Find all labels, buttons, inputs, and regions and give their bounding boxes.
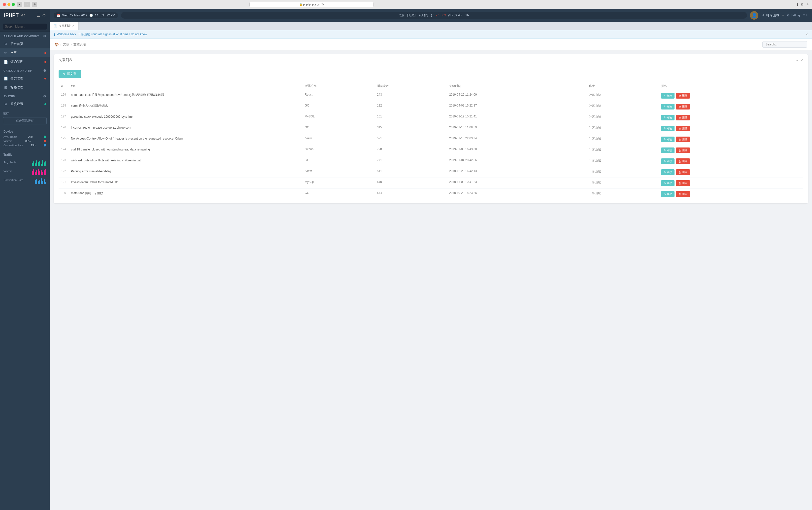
setting-button[interactable]: ⚙ Setting (787, 13, 800, 17)
menu-icon[interactable]: ☰ (37, 13, 40, 18)
cache-clear-button[interactable]: 点击清除缓存 (3, 117, 47, 124)
search-input[interactable] (762, 41, 807, 48)
cell-category: GO (302, 101, 374, 112)
notice-close-button[interactable]: ✕ (806, 33, 808, 36)
cell-date: 2019-04-09 15:22:37 (447, 101, 587, 112)
cell-title: antd react table扩展行(expandedRowRender)异步… (68, 90, 302, 101)
col-actions: 操作 (659, 82, 803, 90)
add-tab-button[interactable]: + (806, 2, 809, 7)
url-bar[interactable]: 🔒 php.iphpt.com ↻ (249, 2, 373, 7)
add-button[interactable]: ≡+ (803, 13, 808, 18)
forward-button[interactable]: › (24, 2, 30, 7)
table-row: 120 math/rand 随机一个整数 GO 644 2018-10-23 1… (59, 189, 803, 200)
edit-button[interactable]: ✎ 修改 (661, 159, 674, 164)
breadcrumb-article[interactable]: 文章 (63, 42, 69, 47)
delete-label: 删除 (682, 160, 687, 163)
section-category-tip: CATEGORY AND TIP ⚙ (0, 66, 50, 74)
cell-actions: ✎ 修改 🗑 删除 (659, 145, 803, 156)
edit-button[interactable]: ✎ 修改 (661, 115, 674, 120)
cell-actions: ✎ 修改 🗑 删除 (659, 189, 803, 200)
visitors-chart (32, 167, 46, 175)
table-body: 129 antd react table扩展行(expandedRowRende… (59, 90, 803, 200)
delete-button[interactable]: 🗑 删除 (676, 104, 690, 110)
cell-category: Github (302, 145, 374, 156)
tabs-button[interactable]: ⧉ (801, 2, 803, 7)
delete-button[interactable]: 🗑 删除 (676, 115, 690, 120)
edit-button[interactable]: ✎ 修改 (661, 180, 674, 186)
edit-icon: ✎ (664, 94, 666, 97)
edit-button[interactable]: ✎ 修改 (661, 147, 674, 153)
panel-chevron-up-icon[interactable]: ∧ (796, 58, 799, 62)
edit-label: 修改 (667, 105, 672, 109)
home-icon[interactable]: 🏠 (55, 42, 59, 47)
col-title: title (68, 82, 302, 90)
cell-category: React (302, 90, 374, 101)
write-article-button[interactable]: ✎ 写文章 (59, 70, 81, 78)
tab-close-icon[interactable]: ✕ (72, 24, 74, 28)
edit-button[interactable]: ✎ 修改 (661, 125, 674, 131)
tab-icon: 📄 (54, 24, 57, 28)
cell-date: 2019-01-08 16:43:38 (447, 145, 587, 156)
edit-icon: ✎ (664, 181, 666, 185)
edit-button[interactable]: ✎ 修改 (661, 137, 674, 142)
cell-views: 243 (374, 90, 447, 101)
back-button[interactable]: ‹ (17, 2, 22, 7)
settings-icon[interactable]: ⚙ (42, 13, 46, 18)
delete-icon: 🗑 (679, 116, 681, 119)
cell-author: 叶落山城 (587, 112, 659, 123)
col-date: 创建时间 (447, 82, 587, 90)
delete-button[interactable]: 🗑 删除 (676, 159, 690, 164)
view-button[interactable]: ⊡ (32, 2, 37, 7)
articles-table: # title 所属分类 浏览次数 创建时间 作者 操作 129 antd re… (59, 82, 803, 199)
sidebar-item-comment[interactable]: 📄 评论管理 (0, 57, 50, 66)
cell-views: 644 (374, 189, 447, 200)
notice-icon: ℹ (54, 32, 55, 36)
section-system-gear[interactable]: ⚙ (43, 94, 47, 98)
delete-button[interactable]: 🗑 删除 (676, 125, 690, 131)
sidebar-item-article[interactable]: ✏ 文章 (0, 49, 50, 57)
sidebar-item-tag[interactable]: ⊞ 标签管理 (0, 83, 50, 92)
delete-button[interactable]: 🗑 删除 (676, 147, 690, 153)
cell-author: 叶落山城 (587, 90, 659, 101)
cell-date: 2019-03-19 10:21:41 (447, 112, 587, 123)
window-chrome: ‹ › ⊡ 🔒 php.iphpt.com ↻ ⬆ ⧉ + (0, 0, 812, 9)
reload-button[interactable]: ↻ (321, 3, 324, 6)
cell-date: 2018-12-28 16:42:13 (447, 167, 587, 178)
minimize-button[interactable] (7, 3, 10, 6)
panel-close-icon[interactable]: ✕ (800, 58, 803, 62)
edit-button[interactable]: ✎ 修改 (661, 93, 674, 98)
sidebar-item-category[interactable]: 📄 分类管理 (0, 74, 50, 83)
tab-article-list[interactable]: 📄 文章列表 ✕ (50, 22, 79, 30)
maximize-button[interactable] (12, 3, 15, 6)
section-category-tip-gear[interactable]: ⚙ (43, 69, 47, 73)
close-button[interactable] (3, 3, 6, 6)
user-name[interactable]: Hi, 叶落山城 (761, 13, 779, 18)
topbar-time: 14 : 53 : 22 PM (95, 13, 115, 17)
delete-button[interactable]: 🗑 删除 (676, 180, 690, 186)
section-article-comment-gear[interactable]: ⚙ (43, 34, 47, 38)
share-button[interactable]: ⬆ (796, 2, 799, 7)
edit-button[interactable]: ✎ 修改 (661, 191, 674, 197)
cell-date: 2019-04-29 11:24:09 (447, 90, 587, 101)
sidebar-item-dashboard[interactable]: 🖥 后台首页 (0, 39, 50, 49)
search-input[interactable] (3, 24, 47, 30)
weather-tomorrow: 16 (465, 13, 469, 17)
delete-button[interactable]: 🗑 删除 (676, 93, 690, 98)
delete-button[interactable]: 🗑 删除 (676, 137, 690, 142)
app-container: IPHPT v1.3 ☰ ⚙ ARTICLE AND COMMENT ⚙ 🖥 后… (0, 9, 812, 510)
edit-button[interactable]: ✎ 修改 (661, 104, 674, 110)
cell-views: 571 (374, 134, 447, 145)
cell-author: 叶落山城 (587, 145, 659, 156)
user-dropdown-icon[interactable]: ▾ (782, 13, 784, 17)
sidebar-item-comment-label: 评论管理 (10, 60, 42, 64)
sidebar-item-system[interactable]: 🖥 系统设置 (0, 100, 50, 109)
tab-label: 文章列表 (59, 24, 71, 28)
cell-id: 125 (59, 134, 68, 145)
delete-button[interactable]: 🗑 删除 (676, 169, 690, 175)
cell-title: No 'Access-Control-Allow-Origin' header … (68, 134, 302, 145)
avg-traffic-dot (44, 136, 46, 138)
section-article-comment-label: ARTICLE AND COMMENT (3, 35, 39, 38)
edit-button[interactable]: ✎ 修改 (661, 169, 674, 175)
cell-date: 2019-02-13 11:08:59 (447, 123, 587, 134)
delete-button[interactable]: 🗑 删除 (676, 191, 690, 197)
